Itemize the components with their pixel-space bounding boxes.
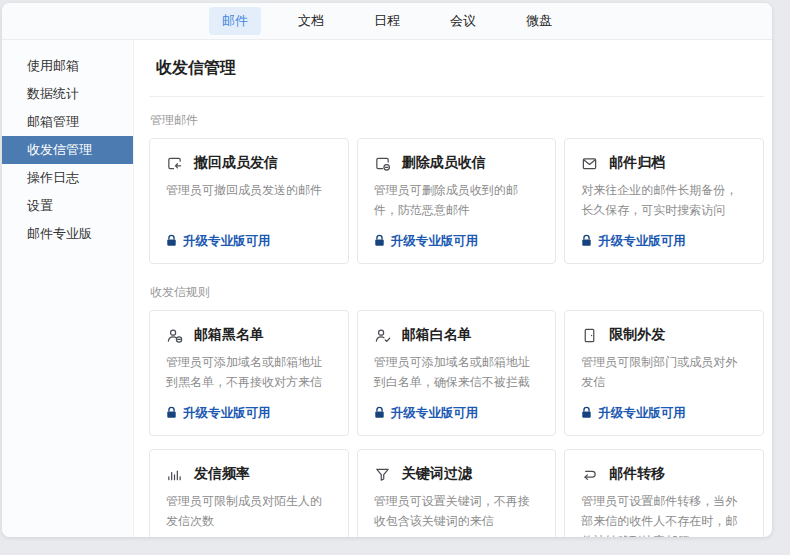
- card-head: 邮箱白名单: [374, 326, 540, 344]
- section-label: 收发信规则: [150, 284, 764, 301]
- feature-card-keyword-filter[interactable]: 关键词过滤管理员可设置关键词，不再接收包含该关键词的来信升级专业版可用: [357, 449, 557, 537]
- sidebar-item-settings[interactable]: 设置: [2, 192, 133, 220]
- card-desc: 管理员可设置邮件转移，当外部来信的收件人不存在时，邮件被转移到特定邮箱: [581, 492, 747, 537]
- card-desc: 管理员可添加域名或邮箱地址到黑名单，不再接收对方来信: [166, 353, 332, 393]
- upgrade-pro-label: 升级专业版可用: [183, 405, 271, 422]
- tab-drive[interactable]: 微盘: [513, 7, 565, 35]
- tab-meeting[interactable]: 会议: [437, 7, 489, 35]
- card-desc: 对来往企业的邮件长期备份，长久保存，可实时搜索访问: [581, 181, 747, 221]
- card-head: 撤回成员发信: [166, 154, 332, 172]
- feature-card-recall-member-mail[interactable]: 撤回成员发信管理员可撤回成员发送的邮件升级专业版可用: [149, 138, 349, 264]
- bar-chart-icon: [166, 466, 183, 483]
- card-title: 删除成员收信: [402, 154, 486, 172]
- person-check-icon: [374, 327, 391, 344]
- sidebar-item-statistics[interactable]: 数据统计: [2, 80, 133, 108]
- nav-tabs: 邮件文档日程会议微盘: [209, 7, 565, 35]
- sidebar-item-usage[interactable]: 使用邮箱: [2, 52, 133, 80]
- mail-archive-icon: [581, 155, 598, 172]
- upgrade-pro-link[interactable]: 升级专业版可用: [374, 233, 540, 250]
- page-title: 收发信管理: [156, 58, 764, 79]
- upgrade-pro-link[interactable]: 升级专业版可用: [374, 405, 540, 422]
- card-title: 关键词过滤: [402, 465, 472, 483]
- transfer-icon: [581, 466, 598, 483]
- card-title: 撤回成员发信: [194, 154, 278, 172]
- upgrade-pro-label: 升级专业版可用: [391, 233, 479, 250]
- sidebar-item-mail-pro[interactable]: 邮件专业版: [2, 220, 133, 248]
- card-title: 邮箱黑名单: [194, 326, 264, 344]
- main-content: 收发信管理 管理邮件撤回成员发信管理员可撤回成员发送的邮件升级专业版可用删除成员…: [134, 40, 772, 537]
- feature-card-send-frequency[interactable]: 发信频率管理员可限制成员对陌生人的发信次数升级专业版可用: [149, 449, 349, 537]
- door-icon: [581, 327, 598, 344]
- upgrade-pro-link[interactable]: 升级专业版可用: [581, 405, 747, 422]
- sidebar-item-operation-logs[interactable]: 操作日志: [2, 164, 133, 192]
- card-title: 发信频率: [194, 465, 250, 483]
- section-list: 管理邮件撤回成员发信管理员可撤回成员发送的邮件升级专业版可用删除成员收信管理员可…: [149, 112, 764, 537]
- tab-calendar[interactable]: 日程: [361, 7, 413, 35]
- card-desc: 管理员可添加域名或邮箱地址到白名单，确保来信不被拦截: [374, 353, 540, 393]
- card-head: 邮件转移: [581, 465, 747, 483]
- upgrade-pro-label: 升级专业版可用: [183, 233, 271, 250]
- app-window: 邮件文档日程会议微盘 使用邮箱数据统计邮箱管理收发信管理操作日志设置邮件专业版 …: [2, 3, 772, 537]
- card-desc: 管理员可删除成员收到的邮件，防范恶意邮件: [374, 181, 540, 221]
- tab-docs[interactable]: 文档: [285, 7, 337, 35]
- upgrade-pro-link[interactable]: 升级专业版可用: [166, 405, 332, 422]
- section-send-receive-rules: 收发信规则邮箱黑名单管理员可添加域名或邮箱地址到黑名单，不再接收对方来信升级专业…: [149, 284, 764, 537]
- card-title: 邮件转移: [609, 465, 665, 483]
- funnel-icon: [374, 466, 391, 483]
- card-head: 邮箱黑名单: [166, 326, 332, 344]
- section-label: 管理邮件: [150, 112, 764, 129]
- sidebar-item-mailbox-management[interactable]: 邮箱管理: [2, 108, 133, 136]
- card-desc: 管理员可限制成员对陌生人的发信次数: [166, 492, 332, 532]
- feature-card-mail-archive[interactable]: 邮件归档对来往企业的邮件长期备份，长久保存，可实时搜索访问升级专业版可用: [564, 138, 764, 264]
- card-title: 邮箱白名单: [402, 326, 472, 344]
- feature-card-mail-transfer[interactable]: 邮件转移管理员可设置邮件转移，当外部来信的收件人不存在时，邮件被转移到特定邮箱升…: [564, 449, 764, 537]
- lock-icon: [166, 406, 177, 422]
- sidebar-item-send-receive-management[interactable]: 收发信管理: [2, 136, 133, 164]
- delete-mail-icon: [374, 155, 391, 172]
- card-grid: 邮箱黑名单管理员可添加域名或邮箱地址到黑名单，不再接收对方来信升级专业版可用邮箱…: [149, 310, 764, 537]
- card-head: 发信频率: [166, 465, 332, 483]
- lock-icon: [581, 406, 592, 422]
- upgrade-pro-label: 升级专业版可用: [391, 405, 479, 422]
- lock-icon: [374, 234, 385, 250]
- card-title: 邮件归档: [609, 154, 665, 172]
- upgrade-pro-label: 升级专业版可用: [598, 233, 686, 250]
- card-head: 邮件归档: [581, 154, 747, 172]
- top-nav: 邮件文档日程会议微盘: [2, 3, 772, 40]
- tab-mail[interactable]: 邮件: [209, 7, 261, 35]
- app-body: 使用邮箱数据统计邮箱管理收发信管理操作日志设置邮件专业版 收发信管理 管理邮件撤…: [2, 40, 772, 537]
- person-minus-icon: [166, 327, 183, 344]
- card-grid: 撤回成员发信管理员可撤回成员发送的邮件升级专业版可用删除成员收信管理员可删除成员…: [149, 138, 764, 264]
- feature-card-delete-member-mail[interactable]: 删除成员收信管理员可删除成员收到的邮件，防范恶意邮件升级专业版可用: [357, 138, 557, 264]
- card-desc: 管理员可限制部门或成员对外发信: [581, 353, 747, 393]
- lock-icon: [166, 234, 177, 250]
- card-head: 关键词过滤: [374, 465, 540, 483]
- title-divider: [149, 96, 764, 97]
- recall-icon: [166, 155, 183, 172]
- upgrade-pro-link[interactable]: 升级专业版可用: [581, 233, 747, 250]
- feature-card-mailbox-blacklist[interactable]: 邮箱黑名单管理员可添加域名或邮箱地址到黑名单，不再接收对方来信升级专业版可用: [149, 310, 349, 436]
- upgrade-pro-link[interactable]: 升级专业版可用: [166, 233, 332, 250]
- feature-card-mailbox-whitelist[interactable]: 邮箱白名单管理员可添加域名或邮箱地址到白名单，确保来信不被拦截升级专业版可用: [357, 310, 557, 436]
- feature-card-restrict-outgoing[interactable]: 限制外发管理员可限制部门或成员对外发信升级专业版可用: [564, 310, 764, 436]
- sidebar: 使用邮箱数据统计邮箱管理收发信管理操作日志设置邮件专业版: [2, 40, 134, 537]
- card-desc: 管理员可设置关键词，不再接收包含该关键词的来信: [374, 492, 540, 532]
- card-desc: 管理员可撤回成员发送的邮件: [166, 181, 332, 201]
- lock-icon: [581, 234, 592, 250]
- section-manage-mail: 管理邮件撤回成员发信管理员可撤回成员发送的邮件升级专业版可用删除成员收信管理员可…: [149, 112, 764, 264]
- card-head: 删除成员收信: [374, 154, 540, 172]
- card-title: 限制外发: [609, 326, 665, 344]
- upgrade-pro-label: 升级专业版可用: [598, 405, 686, 422]
- lock-icon: [374, 406, 385, 422]
- card-head: 限制外发: [581, 326, 747, 344]
